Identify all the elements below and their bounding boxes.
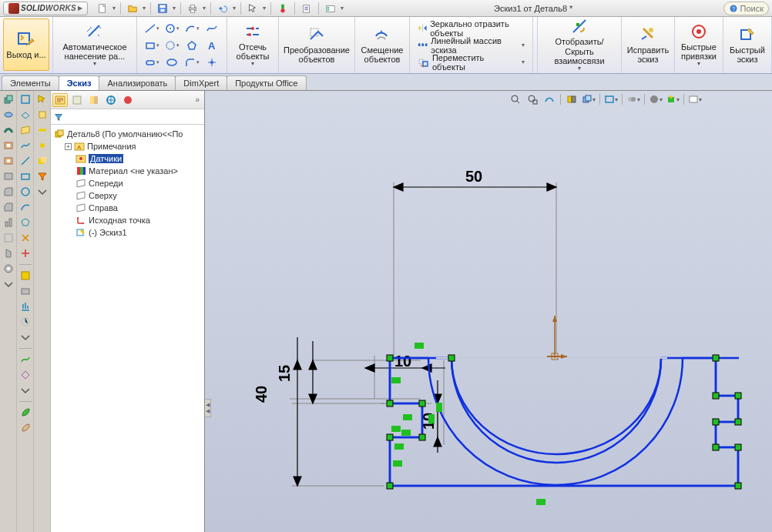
- cut-extrude-icon[interactable]: [2, 139, 15, 152]
- cursor-icon-s[interactable]: [35, 92, 49, 106]
- eval2-icon[interactable]: [18, 284, 32, 298]
- tree-right-plane[interactable]: Справа: [52, 202, 203, 214]
- leaf2-icon[interactable]: [18, 421, 32, 435]
- move-entities-button[interactable]: Переместить объекты▾: [415, 54, 528, 70]
- tab-analyze[interactable]: Анализировать: [99, 75, 176, 90]
- dim-50[interactable]: 50: [465, 168, 482, 185]
- rapid-sketch-button[interactable]: Быстрый эскиз: [727, 18, 768, 71]
- plane-icon[interactable]: [18, 123, 32, 137]
- tab-elements[interactable]: Элементы: [2, 75, 59, 90]
- 3dsketch-icon[interactable]: [18, 108, 32, 122]
- polygon-tool[interactable]: [182, 37, 202, 54]
- select-cursor-icon[interactable]: [246, 2, 260, 15]
- open-icon[interactable]: [126, 2, 139, 15]
- property-manager-tab[interactable]: [69, 93, 85, 107]
- trim-icon-s[interactable]: [18, 231, 32, 245]
- expand-panel-icon[interactable]: »: [192, 95, 203, 104]
- exit-sketch-button[interactable]: Выход и...: [3, 18, 49, 71]
- display-manager-tab[interactable]: [120, 93, 136, 107]
- repair-sketch-button[interactable]: Исправить эскиз: [625, 18, 671, 71]
- auto-dimension-button[interactable]: Автоматическое нанесение ра... ▾: [56, 18, 133, 71]
- ellipse-tool[interactable]: [162, 54, 182, 71]
- hole-icon[interactable]: [2, 262, 15, 276]
- line-icon-s[interactable]: [18, 154, 32, 168]
- mirror-entities-button[interactable]: Зеркально отразить объекты: [415, 20, 528, 36]
- spline-icon-s[interactable]: [18, 139, 32, 152]
- eval-icon[interactable]: [18, 269, 32, 283]
- cut-revolve-icon[interactable]: [2, 154, 15, 168]
- sketch-canvas[interactable]: 50 40 15 10 10: [205, 91, 772, 532]
- tab-office[interactable]: Продукты Office: [227, 75, 306, 90]
- slot-tool[interactable]: ▾: [142, 54, 162, 71]
- new-icon[interactable]: [96, 2, 109, 15]
- tab-dimxpert[interactable]: DimXpert: [175, 75, 227, 90]
- tree-annotations[interactable]: + A Примечания: [52, 140, 203, 152]
- tree-filter-bar[interactable]: [51, 109, 204, 125]
- expand-icon[interactable]: +: [65, 143, 72, 150]
- ref-icon[interactable]: [18, 368, 32, 382]
- config-manager-tab[interactable]: [86, 93, 102, 107]
- tree-sketch1[interactable]: (-) Эскиз1: [52, 226, 203, 239]
- more-sel-icon[interactable]: [35, 185, 49, 199]
- fillet-icon[interactable]: [2, 185, 15, 199]
- sketch-icon-s[interactable]: [18, 92, 32, 106]
- text-tool[interactable]: A: [202, 37, 222, 54]
- shell-icon[interactable]: [2, 231, 15, 245]
- spline-tool[interactable]: [202, 20, 222, 37]
- graphics-area[interactable]: ▾ ▾ ▾ ▾ ▾ ▾ ◀◀: [205, 91, 772, 532]
- edge-sel-icon[interactable]: [35, 123, 49, 137]
- trim-button[interactable]: Отсечь объекты ▾: [230, 18, 275, 71]
- save-icon[interactable]: [156, 2, 170, 15]
- more-sketch-icon[interactable]: [18, 246, 32, 260]
- options-icon[interactable]: [300, 2, 314, 15]
- rib-icon[interactable]: [2, 216, 15, 229]
- tree-material[interactable]: Материал <не указан>: [52, 165, 203, 177]
- undo-icon[interactable]: [216, 2, 230, 15]
- tree-front-plane[interactable]: Спереди: [52, 177, 203, 189]
- body-sel-icon[interactable]: [35, 154, 49, 168]
- more-features-icon[interactable]: [2, 277, 15, 291]
- dim-10a[interactable]: 10: [394, 353, 411, 370]
- search-box[interactable]: ? Поиск: [723, 2, 769, 15]
- eval4-icon[interactable]: [18, 315, 32, 329]
- circle-tool[interactable]: ▾: [162, 20, 182, 37]
- loft-icon[interactable]: [2, 169, 15, 183]
- sweep-icon[interactable]: [2, 123, 15, 137]
- more-ref-icon[interactable]: [18, 383, 32, 397]
- tree-origin[interactable]: Исходная точка: [52, 214, 203, 226]
- leaf-icon[interactable]: [18, 406, 32, 420]
- rebuild-icon[interactable]: [276, 2, 290, 15]
- convert-entities-button[interactable]: Преобразование объектов: [282, 18, 351, 71]
- poly-icon-s[interactable]: [18, 216, 32, 229]
- settings-icon[interactable]: [324, 2, 337, 15]
- tree-top-plane[interactable]: Сверху: [52, 189, 203, 202]
- quick-snaps-button[interactable]: Быстрые привязки ▾: [678, 18, 720, 71]
- chamfer-icon[interactable]: [2, 200, 15, 214]
- more-eval-icon[interactable]: [18, 330, 32, 344]
- dim-40[interactable]: 40: [253, 386, 270, 403]
- fillet-tool[interactable]: ▾: [182, 54, 202, 71]
- tree-sensors[interactable]: Датчики: [52, 152, 203, 165]
- print-icon[interactable]: [186, 2, 200, 15]
- app-logo[interactable]: SOLIDWORKS ▶: [3, 2, 88, 15]
- revolve-icon[interactable]: [2, 108, 15, 122]
- tree-root[interactable]: Деталь8 (По умолчанию<<По: [52, 128, 203, 140]
- draft-icon[interactable]: [2, 246, 15, 260]
- offset-button[interactable]: Смещение объектов: [358, 18, 406, 71]
- dimxpert-manager-tab[interactable]: [103, 93, 119, 107]
- feature-tree-tab[interactable]: [52, 93, 68, 107]
- show-hide-relations-button[interactable]: Отобразить/Скрыть взаимосвязи ▾: [541, 18, 618, 71]
- dim-15[interactable]: 15: [276, 365, 293, 382]
- circle-icon-s[interactable]: [18, 185, 32, 199]
- line-tool[interactable]: ▾: [142, 20, 162, 37]
- vertex-sel-icon[interactable]: [35, 139, 49, 152]
- perimeter-circle-tool[interactable]: ▾: [162, 37, 182, 54]
- tab-sketch[interactable]: Эскиз: [59, 75, 100, 90]
- rectangle-tool[interactable]: ▾: [142, 37, 162, 54]
- linear-pattern-button[interactable]: Линейный массив эскиза▾: [415, 37, 528, 53]
- arc-tool[interactable]: ▾: [182, 20, 202, 37]
- point-tool[interactable]: [202, 54, 222, 71]
- curve-icon[interactable]: [18, 353, 32, 366]
- arc-icon-s[interactable]: [18, 200, 32, 214]
- filter-icon-s[interactable]: [35, 169, 49, 183]
